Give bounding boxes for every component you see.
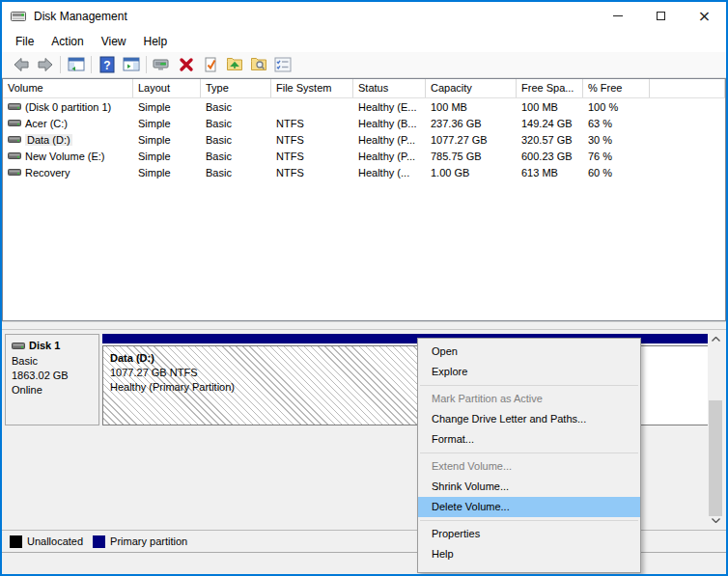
partition-box-selected: Data (D:) 1077.27 GB NTFS Healthy (Prima… xyxy=(102,345,454,425)
cell-free: 600.23 GB xyxy=(517,151,583,162)
disk-type: Basic xyxy=(12,354,93,369)
action-pane-icon xyxy=(123,57,140,72)
scrollbar-thumb[interactable] xyxy=(709,400,722,516)
partition-name: Data (D:) xyxy=(110,351,453,366)
menu-item-shrink-volume[interactable]: Shrink Volume... xyxy=(418,477,640,497)
close-button[interactable]: × xyxy=(683,2,726,30)
menu-item-delete-volume[interactable]: Delete Volume... xyxy=(418,497,640,517)
legend-label: Primary partition xyxy=(110,535,187,547)
menu-item-change-drive-letter[interactable]: Change Drive Letter and Paths... xyxy=(418,409,640,429)
column-header-layout[interactable]: Layout xyxy=(133,79,201,97)
back-button[interactable] xyxy=(9,54,33,76)
action-pane-button[interactable] xyxy=(119,54,143,76)
menu-item-extend-volume: Extend Volume... xyxy=(418,456,640,477)
cell-capacity: 100 MB xyxy=(426,101,517,113)
cell-pct-free: 63 % xyxy=(583,118,650,129)
menu-item-open[interactable]: Open xyxy=(418,342,640,362)
menu-file[interactable]: File xyxy=(7,32,42,51)
check-document-icon xyxy=(203,56,218,73)
menu-action[interactable]: Action xyxy=(42,32,92,51)
folder-up-button[interactable] xyxy=(222,54,246,76)
minimize-button[interactable] xyxy=(596,2,639,30)
help-icon: ? xyxy=(99,56,115,73)
close-icon: × xyxy=(698,9,711,24)
cell-fs: NTFS xyxy=(271,118,353,129)
cell-layout: Simple xyxy=(133,101,201,113)
menu-item-mark-partition-active: Mark Partition as Active xyxy=(418,389,640,409)
menu-separator xyxy=(420,385,638,386)
help-button[interactable]: ? xyxy=(95,54,119,76)
primary-partition-strip xyxy=(102,334,454,343)
column-header-status[interactable]: Status xyxy=(353,79,426,97)
volume-icon xyxy=(8,151,21,160)
folder-up-icon xyxy=(226,56,243,73)
check-document-button[interactable] xyxy=(198,54,222,76)
cell-type: Basic xyxy=(201,101,271,113)
unallocated-swatch xyxy=(10,535,22,548)
scroll-down-button[interactable] xyxy=(708,512,723,528)
volume-name: New Volume (E:) xyxy=(25,151,105,162)
cell-capacity: 1.00 GB xyxy=(426,167,517,178)
table-row[interactable]: (Disk 0 partition 1) Simple Basic Health… xyxy=(3,98,725,115)
cell-layout: Simple xyxy=(133,134,201,146)
folder-search-button[interactable] xyxy=(246,54,270,76)
menu-item-format[interactable]: Format... xyxy=(418,429,640,450)
partition-data-d[interactable]: Data (D:) 1077.27 GB NTFS Healthy (Prima… xyxy=(102,334,454,425)
cell-pct-free: 100 % xyxy=(583,101,650,113)
console-tree-icon xyxy=(68,57,85,72)
cell-status: Healthy (B... xyxy=(353,118,426,129)
legend-unallocated: Unallocated xyxy=(10,535,83,548)
legend-primary-partition: Primary partition xyxy=(93,535,187,548)
cell-type: Basic xyxy=(201,118,271,129)
column-header-free-space[interactable]: Free Spa... xyxy=(517,79,583,97)
display-icon xyxy=(153,57,172,72)
cell-pct-free: 30 % xyxy=(583,134,650,146)
table-row[interactable]: Recovery Simple Basic NTFS Healthy (... … xyxy=(3,164,725,180)
toolbar-separator xyxy=(91,56,92,73)
legend-label: Unallocated xyxy=(27,535,83,547)
forward-icon xyxy=(37,56,54,73)
chevron-down-icon xyxy=(712,518,720,523)
display-button[interactable] xyxy=(150,54,174,76)
column-header-volume[interactable]: Volume xyxy=(3,79,133,97)
volume-icon xyxy=(8,119,21,127)
forward-button[interactable] xyxy=(33,54,57,76)
cell-free: 100 MB xyxy=(517,101,583,113)
volume-name: Acer (C:) xyxy=(25,118,68,129)
table-row-selected[interactable]: Data (D:) Simple Basic NTFS Healthy (P..… xyxy=(3,131,725,148)
maximize-button[interactable] xyxy=(639,2,683,30)
console-tree-button[interactable] xyxy=(64,54,88,76)
menu-item-help[interactable]: Help xyxy=(418,544,640,564)
cell-free: 149.24 GB xyxy=(517,118,583,129)
checklist-button[interactable] xyxy=(270,54,294,76)
menu-item-explore[interactable]: Explore xyxy=(418,362,640,382)
cell-free: 320.57 GB xyxy=(517,134,583,146)
disk1-label-panel[interactable]: Disk 1 Basic 1863.02 GB Online xyxy=(5,334,99,425)
pane-splitter[interactable] xyxy=(2,321,726,330)
app-icon xyxy=(11,10,26,23)
table-row[interactable]: Acer (C:) Simple Basic NTFS Healthy (B..… xyxy=(3,115,725,131)
column-header-capacity[interactable]: Capacity xyxy=(426,79,517,97)
column-header-file-system[interactable]: File System xyxy=(271,79,353,97)
scroll-up-button[interactable] xyxy=(708,331,723,346)
partition-status: Healthy (Primary Partition) xyxy=(110,380,453,395)
maximize-icon xyxy=(657,12,665,20)
pane-scrollbar[interactable] xyxy=(708,331,723,528)
toolbar-separator xyxy=(146,56,147,73)
menu-view[interactable]: View xyxy=(93,32,135,51)
column-header-type[interactable]: Type xyxy=(201,79,271,97)
table-row[interactable]: New Volume (E:) Simple Basic NTFS Health… xyxy=(3,148,725,164)
minimize-icon xyxy=(613,15,623,16)
menu-help[interactable]: Help xyxy=(135,32,177,51)
column-header-pct-free[interactable]: % Free xyxy=(583,79,650,97)
volume-list-header: Volume Layout Type File System Status Ca… xyxy=(3,79,725,98)
cell-layout: Simple xyxy=(133,151,201,162)
volume-icon xyxy=(8,135,21,144)
cell-type: Basic xyxy=(201,167,271,178)
menu-item-properties[interactable]: Properties xyxy=(418,524,640,544)
volume-name: Data (D:) xyxy=(25,134,72,146)
cell-status: Healthy (E... xyxy=(353,101,426,113)
cell-pct-free: 60 % xyxy=(583,167,650,178)
delete-icon xyxy=(178,56,195,73)
delete-button[interactable] xyxy=(174,54,198,76)
